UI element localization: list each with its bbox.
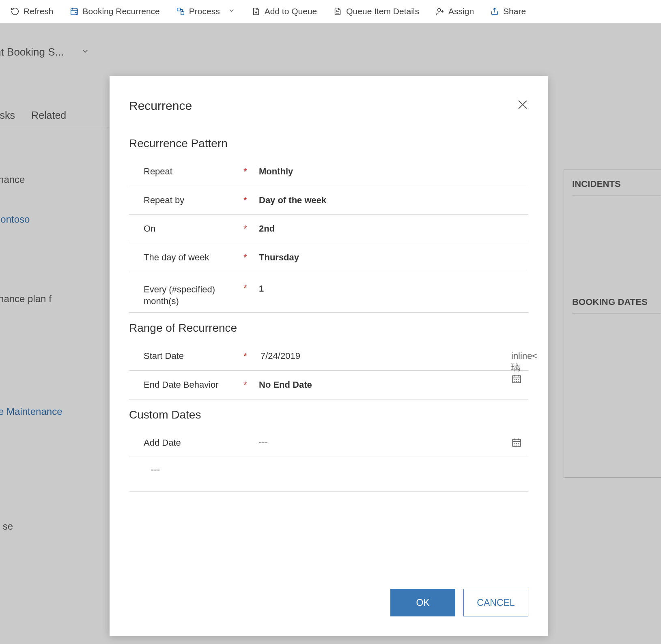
command-bar: Refresh Booking Recurrence Process Add t… — [0, 0, 661, 24]
cmd-assign[interactable]: Assign — [428, 4, 481, 19]
value-repeat[interactable]: Monthly — [259, 166, 528, 177]
assign-icon — [435, 7, 444, 16]
cmd-add-to-queue[interactable]: Add to Queue — [244, 4, 325, 19]
ok-button[interactable]: OK — [390, 589, 455, 616]
refresh-icon — [11, 7, 19, 16]
cmd-add-to-queue-label: Add to Queue — [265, 6, 317, 16]
required-marker: * — [243, 196, 259, 205]
share-icon — [490, 7, 499, 16]
required-marker: * — [243, 224, 259, 233]
label-repeat: Repeat — [129, 165, 243, 178]
svg-rect-2 — [181, 12, 184, 15]
label-start-date: Start Date — [129, 350, 243, 362]
section-recurrence-pattern: Recurrence Pattern — [129, 137, 528, 150]
field-add-date[interactable]: Add Date --- — [129, 429, 528, 457]
cmd-process[interactable]: Process — [169, 4, 243, 19]
cmd-share[interactable]: Share — [483, 4, 533, 19]
field-end-date-behavior[interactable]: End Date Behavior * No End Date — [129, 371, 528, 399]
required-marker: * — [243, 283, 259, 292]
label-on: On — [129, 223, 243, 235]
cmd-queue-item-details-label: Queue Item Details — [346, 6, 419, 16]
value-every-months[interactable]: 1 — [259, 283, 528, 294]
dialog-footer: OK CANCEL — [390, 589, 528, 616]
cmd-refresh-label: Refresh — [24, 6, 54, 16]
queue-details-icon — [333, 7, 342, 16]
required-marker: * — [243, 352, 259, 361]
label-every-months: Every (#specified) month(s) — [129, 283, 243, 307]
svg-rect-1 — [177, 8, 180, 11]
required-marker: * — [243, 253, 259, 262]
cmd-share-label: Share — [503, 6, 526, 16]
label-add-date: Add Date — [129, 437, 243, 449]
field-repeat-by[interactable]: Repeat by * Day of the week — [129, 186, 528, 215]
recurrence-dialog: Recurrence Recurrence Pattern Repeat * M… — [110, 76, 548, 636]
cmd-booking-recurrence[interactable]: Booking Recurrence — [62, 4, 167, 19]
calendar-icon[interactable]: inline<璃 — [511, 351, 522, 361]
label-day-of-week: The day of week — [129, 251, 243, 264]
calendar-icon[interactable] — [511, 437, 522, 448]
cmd-assign-label: Assign — [448, 6, 474, 16]
cancel-button[interactable]: CANCEL — [463, 589, 528, 616]
field-day-of-week[interactable]: The day of week * Thursday — [129, 243, 528, 272]
process-icon — [176, 7, 185, 16]
svg-rect-0 — [71, 9, 78, 15]
field-repeat[interactable]: Repeat * Monthly — [129, 157, 528, 186]
field-every-months[interactable]: Every (#specified) month(s) * 1 — [129, 272, 528, 313]
required-marker: * — [243, 380, 259, 389]
value-end-date-behavior[interactable]: No End Date — [259, 380, 528, 390]
label-repeat-by: Repeat by — [129, 194, 243, 206]
add-to-queue-icon — [252, 7, 261, 16]
chevron-down-icon[interactable] — [224, 7, 235, 16]
value-start-date[interactable]: 7/24/2019 — [259, 351, 300, 361]
calendar-recurrence-icon — [70, 7, 79, 16]
field-start-date[interactable]: Start Date * 7/24/2019 inline<璃 — [129, 342, 528, 371]
dialog-title: Recurrence — [129, 99, 528, 113]
required-marker: * — [243, 167, 259, 176]
cmd-queue-item-details[interactable]: Queue Item Details — [326, 4, 426, 19]
section-range-of-recurrence: Range of Recurrence — [129, 322, 528, 335]
value-on[interactable]: 2nd — [259, 223, 528, 234]
section-custom-dates: Custom Dates — [129, 408, 528, 421]
cmd-booking-recurrence-label: Booking Recurrence — [83, 6, 160, 16]
label-end-date-behavior: End Date Behavior — [129, 379, 243, 391]
value-add-date[interactable]: --- — [259, 437, 268, 448]
svg-point-3 — [438, 9, 441, 11]
cmd-refresh[interactable]: Refresh — [3, 4, 61, 19]
close-icon[interactable] — [517, 99, 528, 110]
value-repeat-by[interactable]: Day of the week — [259, 195, 528, 206]
field-on[interactable]: On * 2nd — [129, 215, 528, 243]
value-day-of-week[interactable]: Thursday — [259, 252, 528, 263]
custom-dates-list: --- — [129, 457, 528, 492]
cmd-process-label: Process — [189, 6, 220, 16]
